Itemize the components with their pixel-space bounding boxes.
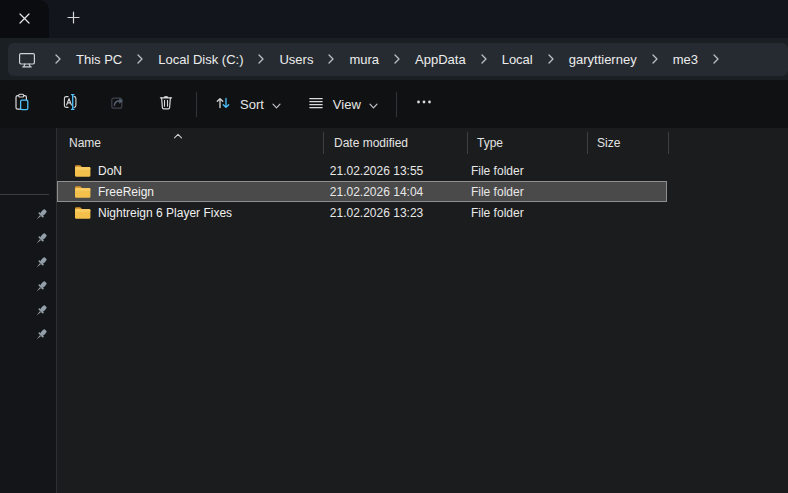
pushpin-icon[interactable] — [34, 256, 48, 270]
share-icon — [109, 93, 127, 115]
sort-ascending-caret-icon — [173, 128, 183, 142]
pushpin-icon[interactable] — [34, 280, 48, 294]
chevron-right-icon — [548, 54, 554, 64]
trash-icon — [157, 93, 175, 115]
chevron-down-icon — [272, 97, 281, 112]
type-cell: File folder — [471, 185, 589, 199]
tab-bar — [0, 0, 788, 38]
breadcrumb-local[interactable]: Local — [496, 52, 539, 67]
more-options-button[interactable] — [404, 87, 444, 121]
name-cell: DoN — [74, 164, 330, 178]
column-header-size[interactable]: Size — [588, 128, 669, 158]
file-explorer-window: This PC Local Disk (C:) Users mura AppDa… — [0, 0, 788, 493]
chevron-right-icon — [328, 54, 334, 64]
pushpin-icon[interactable] — [34, 328, 48, 342]
sort-button[interactable]: Sort — [204, 87, 291, 121]
file-name: Nightreign 6 Player Fixes — [98, 206, 232, 220]
type-cell: File folder — [471, 164, 589, 178]
view-list-icon — [307, 94, 325, 115]
delete-button[interactable] — [146, 87, 186, 121]
column-headers: Name Date modified Type Size — [57, 128, 788, 158]
nav-pane-divider — [0, 194, 49, 195]
table-row-freereign-selected[interactable]: FreeReign 21.02.2026 14:04 File folder — [57, 181, 667, 202]
column-label-name: Name — [69, 136, 101, 150]
name-cell: FreeReign — [74, 185, 330, 199]
date-modified-cell: 21.02.2026 14:04 — [330, 185, 471, 199]
plus-icon — [67, 10, 80, 28]
toolbar-separator — [396, 92, 397, 117]
rename-icon — [61, 93, 79, 115]
sort-arrows-icon — [214, 94, 232, 115]
chevron-right-icon — [55, 54, 61, 64]
active-tab[interactable] — [0, 0, 49, 38]
chevron-right-icon — [137, 54, 143, 64]
pushpin-icon[interactable] — [34, 232, 48, 246]
column-label-size: Size — [597, 136, 620, 150]
chevron-right-icon — [258, 54, 264, 64]
column-header-type[interactable]: Type — [468, 128, 588, 158]
paste-button[interactable] — [2, 87, 42, 121]
chevron-down-icon — [369, 97, 378, 112]
breadcrumb-users[interactable]: Users — [273, 52, 319, 67]
chevron-right-icon — [713, 54, 719, 64]
close-icon — [19, 10, 30, 28]
table-row-don[interactable]: DoN 21.02.2026 13:55 File folder — [57, 160, 667, 181]
type-cell: File folder — [471, 206, 589, 220]
date-modified-cell: 21.02.2026 13:55 — [330, 164, 471, 178]
command-toolbar: Sort View — [0, 80, 788, 128]
file-name: FreeReign — [98, 185, 154, 199]
file-list-area: Name Date modified Type Size — [57, 128, 788, 493]
chevron-right-icon — [652, 54, 658, 64]
address-bar[interactable]: This PC Local Disk (C:) Users mura AppDa… — [8, 43, 788, 76]
paste-clipboard-icon — [13, 93, 31, 115]
column-header-name[interactable]: Name — [69, 128, 324, 158]
navigation-pane — [0, 128, 57, 493]
pushpin-icon[interactable] — [34, 304, 48, 318]
column-label-date-modified: Date modified — [334, 136, 408, 150]
folder-icon — [74, 185, 91, 199]
ellipsis-icon — [415, 93, 433, 115]
pinned-items-list — [34, 208, 48, 342]
table-row-nightreign[interactable]: Nightreign 6 Player Fixes 21.02.2026 13:… — [57, 202, 667, 223]
folder-icon — [74, 206, 91, 220]
column-label-type: Type — [477, 136, 503, 150]
breadcrumb-local-disk-c[interactable]: Local Disk (C:) — [152, 52, 249, 67]
folder-icon — [74, 164, 91, 178]
close-tab-button[interactable] — [12, 6, 38, 32]
sort-label: Sort — [240, 97, 264, 112]
share-button[interactable] — [98, 87, 138, 121]
breadcrumb-appdata[interactable]: AppData — [409, 52, 472, 67]
file-rows: DoN 21.02.2026 13:55 File folder — [57, 160, 788, 223]
chevron-right-icon — [394, 54, 400, 64]
column-header-date-modified[interactable]: Date modified — [324, 128, 468, 158]
breadcrumb-mura[interactable]: mura — [343, 52, 385, 67]
chevron-right-icon — [481, 54, 487, 64]
date-modified-cell: 21.02.2026 13:23 — [330, 206, 471, 220]
address-row: This PC Local Disk (C:) Users mura AppDa… — [0, 38, 788, 80]
view-button[interactable]: View — [297, 87, 388, 121]
breadcrumb-me3[interactable]: me3 — [667, 52, 704, 67]
view-label: View — [333, 97, 361, 112]
rename-button[interactable] — [50, 87, 90, 121]
name-cell: Nightreign 6 Player Fixes — [74, 206, 330, 220]
content-area: Name Date modified Type Size — [0, 128, 788, 493]
breadcrumb-this-pc[interactable]: This PC — [70, 52, 128, 67]
pushpin-icon[interactable] — [34, 208, 48, 222]
toolbar-separator — [196, 92, 197, 117]
new-tab-button[interactable] — [60, 6, 86, 32]
breadcrumb-garyttierney[interactable]: garyttierney — [563, 52, 643, 67]
file-name: DoN — [98, 164, 122, 178]
this-pc-monitor-icon — [18, 51, 36, 68]
